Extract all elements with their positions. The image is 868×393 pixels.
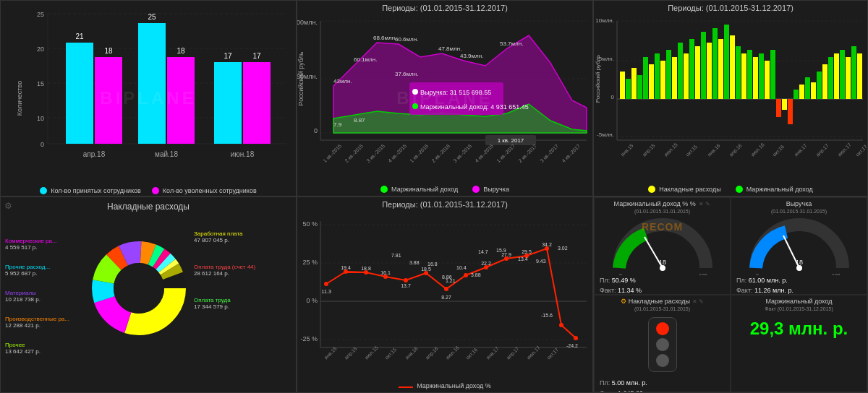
settings-icon-left[interactable]: ⚙ bbox=[4, 201, 12, 211]
svg-rect-98 bbox=[788, 99, 793, 124]
svg-text:60.6млн.: 60.6млн. bbox=[395, 36, 418, 43]
svg-text:13.4: 13.4 bbox=[518, 256, 528, 262]
svg-text:3 кв.-2016: 3 кв.-2016 bbox=[452, 143, 472, 163]
svg-rect-76 bbox=[660, 61, 665, 99]
svg-text:1 кв.-2016: 1 кв.-2016 bbox=[409, 143, 429, 163]
svg-rect-80 bbox=[684, 53, 689, 99]
svg-text:14.7: 14.7 bbox=[478, 249, 488, 254]
svg-rect-97 bbox=[782, 99, 787, 110]
svg-text:4 кв.-2016: 4 кв.-2016 bbox=[474, 143, 494, 163]
svg-text:17: 17 bbox=[224, 52, 232, 60]
bottom-right-panel: Маржинальный доход % % ✕ ✎ (01.01.2015-3… bbox=[593, 196, 868, 393]
svg-text:апр.18: апр.18 bbox=[83, 150, 106, 158]
svg-text:15: 15 bbox=[37, 80, 44, 87]
svg-point-42 bbox=[412, 103, 418, 109]
segment-production-label: Производственные ра... bbox=[5, 316, 88, 322]
svg-text:Российский рубль: Российский рубль bbox=[297, 51, 305, 105]
svg-text:25: 25 bbox=[37, 11, 44, 18]
bar-chart-panel: Количество 25 20 15 10 0 21 bbox=[0, 0, 297, 196]
traffic-light bbox=[648, 317, 677, 372]
cell3-fact: Факт: 1 645.60 тыс. р. bbox=[597, 388, 728, 392]
svg-text:34.2: 34.2 bbox=[542, 242, 552, 247]
svg-text:100: 100 bbox=[832, 273, 841, 275]
area-chart-svg: 100млн. 50млн. 0 Российский рубль 43млн. bbox=[297, 14, 592, 180]
segment-other-expenses-value: 5 952 687 р. bbox=[5, 270, 88, 277]
svg-rect-93 bbox=[759, 53, 764, 99]
svg-text:июн.18: июн.18 bbox=[231, 150, 255, 158]
svg-rect-87 bbox=[724, 25, 729, 99]
svg-rect-108 bbox=[846, 57, 851, 99]
svg-text:апр.16: апр.16 bbox=[728, 143, 744, 158]
svg-rect-107 bbox=[840, 50, 845, 99]
segment-materials-value: 10 218 738 р. bbox=[5, 296, 88, 303]
tl-red bbox=[656, 322, 669, 335]
cell-overhead-title: ⚙ Накладные расходы ✕ ✎ bbox=[597, 298, 728, 306]
tl-green bbox=[656, 354, 669, 367]
svg-text:20: 20 bbox=[37, 46, 44, 53]
segment-salary-label: Заработная плата bbox=[194, 230, 292, 237]
bar-cyan-2 bbox=[138, 23, 166, 144]
dashboard: Количество 25 20 15 10 0 21 bbox=[0, 0, 868, 393]
svg-text:Выручка: 31 515 698.55: Выручка: 31 515 698.55 bbox=[420, 89, 491, 96]
svg-text:янв.15: янв.15 bbox=[323, 346, 338, 360]
svg-text:янв.17: янв.17 bbox=[793, 143, 808, 157]
svg-text:16.1: 16.1 bbox=[380, 270, 391, 275]
top-middle-title: Периоды: (01.01.2015-31.12.2017) bbox=[297, 1, 592, 14]
segment-pay-value: 17 344 579 р. bbox=[194, 303, 292, 310]
svg-rect-103 bbox=[817, 72, 822, 99]
svg-rect-99 bbox=[793, 90, 799, 99]
cell3-plan: Пл: 5.00 млн. р. bbox=[597, 378, 728, 388]
svg-point-141 bbox=[464, 273, 468, 277]
area-chart-panel: Периоды: (01.01.2015-31.12.2017) 100млн.… bbox=[297, 0, 593, 196]
svg-rect-85 bbox=[712, 28, 718, 99]
svg-rect-83 bbox=[701, 32, 706, 99]
cell1-plan: Пл: 50.49 % bbox=[597, 275, 728, 285]
svg-point-146 bbox=[559, 323, 563, 327]
svg-rect-102 bbox=[811, 82, 816, 99]
svg-rect-86 bbox=[718, 39, 723, 99]
cell-marginal-pct: Маржинальный доход % % ✕ ✎ (01.01.2015-3… bbox=[594, 197, 731, 295]
area-legend-margin: Маржинальный доход bbox=[391, 186, 458, 193]
segment-pay44-label: Оплата труда (счет 44) bbox=[194, 264, 292, 270]
recom-logo: RECOM bbox=[642, 221, 683, 233]
svg-rect-78 bbox=[672, 57, 677, 99]
top-right-title: Периоды: (01.01.2015-31.12.2017) bbox=[594, 1, 867, 14]
bar-cyan-3 bbox=[214, 62, 242, 144]
svg-text:18: 18 bbox=[104, 47, 113, 55]
svg-text:-24.2: -24.2 bbox=[566, 343, 578, 348]
segment-commercial-value: 4 559 517 р. bbox=[5, 244, 88, 251]
svg-text:50 %: 50 % bbox=[302, 220, 318, 228]
svg-text:2 кв.-2017: 2 кв.-2017 bbox=[517, 143, 537, 163]
legend-label-magenta: Кол-во уволенных сотрудников bbox=[163, 187, 257, 194]
svg-point-191 bbox=[796, 265, 802, 271]
donut-svg bbox=[92, 216, 186, 360]
svg-rect-104 bbox=[822, 64, 827, 99]
svg-text:13.7: 13.7 bbox=[401, 283, 411, 288]
svg-text:15.9: 15.9 bbox=[496, 248, 506, 253]
svg-text:17: 17 bbox=[252, 52, 261, 60]
svg-text:окт.16: окт.16 bbox=[465, 347, 479, 360]
svg-point-147 bbox=[574, 336, 578, 340]
svg-text:окт.17: окт.17 bbox=[546, 347, 560, 360]
svg-text:7.9: 7.9 bbox=[333, 121, 342, 128]
bar-cyan-1 bbox=[66, 43, 93, 144]
svg-text:0: 0 bbox=[41, 141, 44, 148]
svg-text:Маржинальный доход: 4 931 651.: Маржинальный доход: 4 931 651.45 bbox=[420, 103, 529, 111]
svg-text:10.4: 10.4 bbox=[456, 265, 467, 270]
svg-text:июл.15: июл.15 bbox=[663, 142, 678, 157]
segment-pay44-value: 28 612 164 р. bbox=[194, 270, 292, 277]
svg-text:37.6млн.: 37.6млн. bbox=[395, 71, 418, 77]
svg-text:68.6млн.: 68.6млн. bbox=[373, 35, 396, 41]
y-axis-label: Количество bbox=[16, 81, 23, 116]
bar-magenta-1 bbox=[95, 57, 122, 144]
cell2-fact: Факт: 11.26 млн. р. bbox=[733, 285, 864, 295]
svg-rect-73 bbox=[643, 57, 648, 99]
svg-rect-88 bbox=[730, 35, 735, 99]
svg-rect-106 bbox=[834, 53, 839, 99]
svg-text:июл.16: июл.16 bbox=[750, 142, 765, 157]
big-value: 29,3 млн. р. bbox=[733, 311, 864, 346]
svg-rect-69 bbox=[620, 72, 625, 99]
svg-text:июл.17: июл.17 bbox=[837, 142, 852, 157]
donut-title: Накладные расходы bbox=[1, 197, 296, 213]
top-right-legend: Накладные расходы Маржинальный доход bbox=[594, 186, 867, 193]
